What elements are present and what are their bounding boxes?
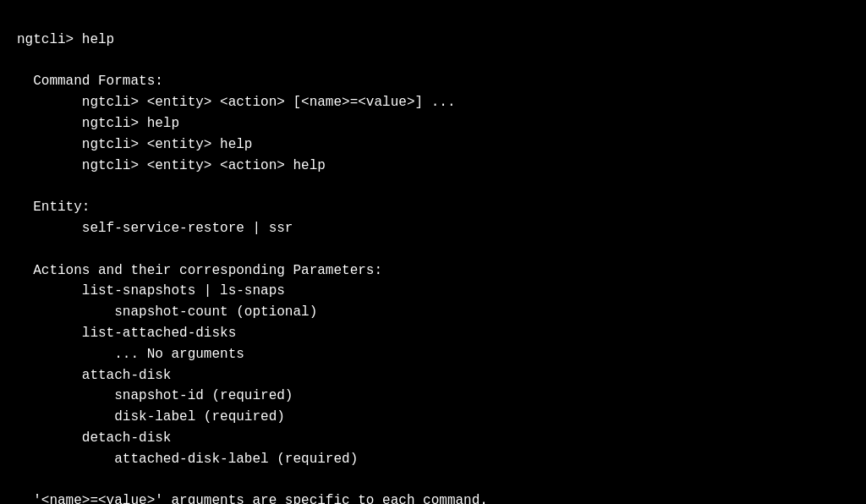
terminal-line: self-service-restore | ssr: [17, 218, 849, 239]
terminal-line: snapshot-count (optional): [17, 302, 849, 323]
terminal-line: ngtcli> <entity> <action> [<name>=<value…: [17, 92, 849, 113]
terminal-line: disk-label (required): [17, 407, 849, 428]
terminal-line: attached-disk-label (required): [17, 449, 849, 470]
terminal-line: list-snapshots | ls-snaps: [17, 281, 849, 302]
terminal-line: Entity:: [17, 197, 849, 218]
terminal-line: list-attached-disks: [17, 323, 849, 344]
terminal-line: ngtcli> help: [17, 113, 849, 134]
terminal-line: Command Formats:: [17, 71, 849, 92]
terminal-line: [17, 176, 849, 197]
terminal-output: ngtcli> help Command Formats: ngtcli> <e…: [17, 8, 849, 504]
terminal-line: ngtcli> <entity> help: [17, 134, 849, 156]
terminal-line: snapshot-id (required): [17, 386, 849, 407]
terminal-line: ... No arguments: [17, 344, 849, 365]
terminal-line: ngtcli> <entity> <action> help: [17, 156, 849, 177]
terminal-line: [17, 51, 849, 72]
terminal-line: attach-disk: [17, 365, 849, 386]
terminal-line: detach-disk: [17, 428, 849, 449]
terminal-line: Actions and their corresponding Paramete…: [17, 260, 849, 282]
terminal-line: [17, 239, 849, 260]
terminal-line: ngtcli> help: [17, 30, 849, 51]
terminal-line: [17, 470, 849, 491]
terminal-line: '<name>=<value>' arguments are specific …: [17, 490, 849, 504]
